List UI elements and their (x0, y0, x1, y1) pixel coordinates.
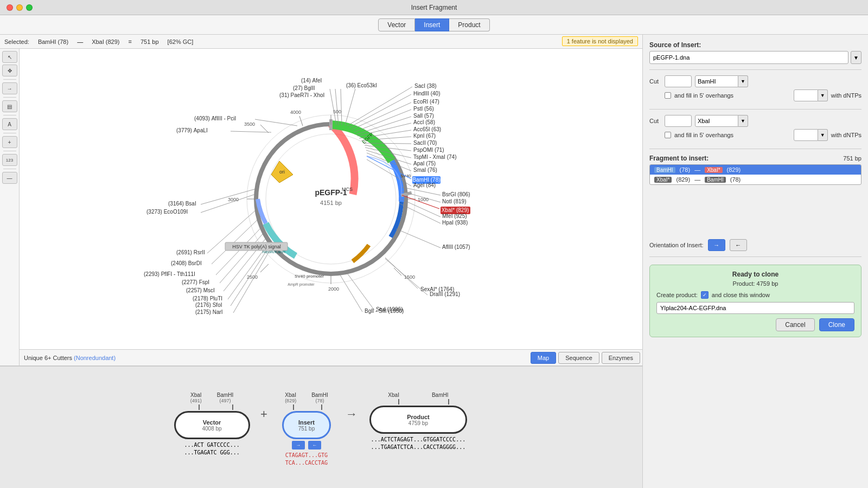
frag0-arrow: — (694, 166, 700, 173)
svg-text:EcoRI (47): EcoRI (47) (413, 99, 439, 105)
product-tab[interactable]: Product (449, 18, 489, 31)
orient-forward-btn[interactable]: → (708, 239, 725, 251)
vector-tab[interactable]: Vector (378, 18, 415, 31)
plus-sign: + (258, 392, 270, 421)
frag1-arrow: — (694, 176, 700, 183)
svg-line-76 (347, 273, 374, 310)
tool-minus[interactable]: — (2, 172, 17, 184)
cut2-row: Cut ▼ (649, 115, 861, 127)
equals: = (129, 38, 132, 45)
svg-line-90 (220, 232, 265, 283)
svg-text:HSV TK poly(A) signal: HSV TK poly(A) signal (232, 244, 280, 249)
fill2-checkbox[interactable] (665, 132, 671, 138)
close-button[interactable] (7, 4, 13, 11)
fill2-dntp-input[interactable] (794, 129, 818, 141)
circular-map-svg[interactable]: ori EGFP MCS SV40 NeoR/KanR (141, 49, 521, 354)
svg-text:SV40 promoter: SV40 promoter (295, 274, 324, 279)
cutters-label: Unique 6+ Cutters (Nonredundant) (24, 355, 120, 361)
tool-zoom[interactable]: + (2, 136, 17, 148)
svg-text:Acc65I (63): Acc65I (63) (413, 126, 441, 132)
svg-text:BglI - SfiI (1950): BglI - SfiI (1950) (365, 308, 404, 314)
ready-box: Ready to clone Product: 4759 bp Create p… (649, 265, 861, 337)
svg-text:(2178) PluTI: (2178) PluTI (193, 296, 222, 301)
cut1-row: Cut ▼ (649, 75, 861, 87)
fragment-item-0[interactable]: BamHI (78) — XbaI* (829) (650, 165, 861, 175)
fragment-header: Fragment to insert: 751 bp (649, 155, 861, 162)
svg-text:NotI (819): NotI (819) (442, 198, 466, 204)
cut1-label: Cut (649, 78, 661, 85)
frag0-name2: XbaI* (705, 167, 722, 173)
create-close: and close this window (712, 292, 770, 298)
svg-text:SalI (57): SalI (57) (413, 113, 434, 119)
svg-text:SacII (70): SacII (70) (413, 140, 437, 146)
cut1-enzyme-input[interactable] (695, 75, 738, 87)
source-section: Source of Insert: ▼ (649, 41, 861, 64)
cut1-enzyme-dropdown[interactable]: ▼ (738, 75, 748, 87)
divider2 (649, 109, 861, 110)
frag0-pos1: (78) (680, 166, 691, 173)
frag1-name2: BamHI (705, 177, 726, 183)
svg-text:SmaI (76): SmaI (76) (413, 167, 437, 173)
svg-line-84 (231, 245, 270, 306)
filename-input[interactable] (656, 302, 854, 314)
bottom-panel: XbaI (491) BamHI (497) Vector (0, 366, 642, 488)
fill1-label: and fill in 5' overhangs (674, 92, 790, 99)
svg-text:(14) AfeI: (14) AfeI (301, 78, 322, 84)
tab-sequence[interactable]: Sequence (558, 352, 599, 364)
tool-label[interactable]: ▤ (2, 100, 17, 112)
fill2-row: and fill in 5' overhangs ▼ with dNTPs (665, 129, 861, 141)
circular-map-container: ori EGFP MCS SV40 NeoR/KanR (20, 49, 642, 349)
svg-text:KpnI (67): KpnI (67) (413, 133, 436, 139)
fill1-checkbox[interactable] (665, 92, 671, 99)
insert-seq: CTAGAGT...GTG TCA...CACCTAG (285, 452, 328, 467)
fill1-dntp-input[interactable] (794, 89, 818, 101)
tool-pan[interactable]: ✥ (2, 65, 17, 76)
tab-map[interactable]: Map (531, 352, 556, 364)
selected-label: Selected: (4, 38, 29, 45)
insert-tab[interactable]: Insert (415, 18, 449, 31)
frag1-pos2: (78) (730, 176, 741, 183)
source-dropdown[interactable]: ▼ (851, 51, 861, 64)
orient-reverse-btn[interactable]: ← (730, 239, 747, 251)
svg-text:(4093) AflIII - PciI: (4093) AflIII - PciI (194, 115, 236, 121)
fill1-dntp-dropdown[interactable]: ▼ (818, 89, 828, 101)
fragment-item-1[interactable]: XbaI* (829) — BamHI (78) (650, 175, 861, 184)
svg-line-26 (260, 125, 269, 133)
insert-bp: 751 bp (298, 426, 315, 432)
svg-text:HindIII (40): HindIII (40) (413, 91, 440, 97)
fill2-dntp-dropdown[interactable]: ▼ (818, 129, 828, 141)
tool-text[interactable]: A (2, 118, 17, 130)
nonredundant-link[interactable]: (Nonredundant) (74, 355, 116, 361)
cut2-enzyme-dropdown[interactable]: ▼ (738, 115, 748, 127)
svg-line-32 (349, 94, 411, 127)
frag1-name1: XbaI* (654, 177, 672, 183)
insert-label: Insert (298, 419, 315, 426)
tab-enzymes[interactable]: Enzymes (602, 352, 640, 364)
svg-text:(2277) FspI: (2277) FspI (182, 279, 209, 285)
fragment-bp: 751 bp (843, 155, 861, 162)
cut1-position-input[interactable] (665, 75, 692, 87)
cancel-button[interactable]: Cancel (776, 318, 814, 331)
tool-123[interactable]: 123 (2, 154, 17, 166)
orientation-row: Orientation of Insert: → ← (649, 239, 861, 251)
source-input[interactable] (649, 51, 848, 64)
orient-forward-btn[interactable]: → (292, 441, 305, 450)
cut2-position-input[interactable] (665, 115, 692, 127)
tool-arrow[interactable]: → (2, 82, 17, 94)
svg-text:ApaI (75): ApaI (75) (413, 160, 436, 166)
vector-seq: ...ACT GATCCCC... ...TGAGATC GGG... (184, 441, 239, 457)
svg-text:HpaI (938): HpaI (938) (442, 220, 468, 226)
insert-xbai: XbaI (829) (285, 392, 296, 403)
svg-text:AflIII (1057): AflIII (1057) (442, 244, 470, 250)
minimize-button[interactable] (16, 4, 23, 11)
svg-text:(3164) BsaI: (3164) BsaI (168, 201, 196, 207)
clone-button[interactable]: Clone (819, 318, 854, 331)
tool-select[interactable]: ↖ (2, 51, 17, 63)
maximize-button[interactable] (26, 4, 33, 11)
orient-reverse-btn[interactable]: ← (308, 441, 321, 450)
ready-title: Ready to clone (656, 271, 854, 278)
svg-line-80 (385, 258, 418, 288)
cut2-enzyme-input[interactable] (695, 115, 738, 127)
divider3 (649, 149, 861, 149)
create-checkbox[interactable] (701, 291, 709, 299)
